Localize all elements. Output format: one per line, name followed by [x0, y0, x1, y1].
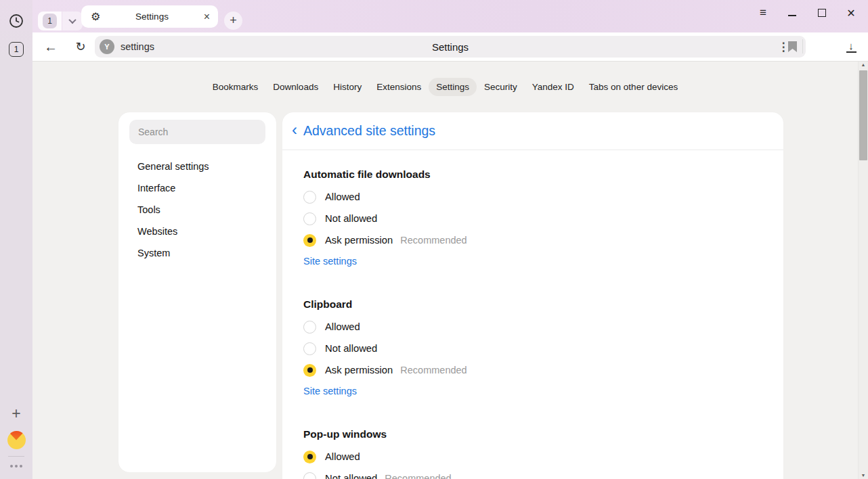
back-chevron-icon: ‹	[292, 122, 297, 138]
recommended-note: Recommended	[400, 365, 466, 375]
section-heading: Pop-up windows	[303, 428, 762, 441]
sidebar-item-general[interactable]: General settings	[118, 156, 276, 177]
tab-group-control[interactable]: 1	[38, 12, 83, 30]
radio-icon[interactable]	[303, 342, 316, 355]
recommended-note: Recommended	[400, 235, 466, 246]
sidebar-item-system[interactable]: System	[118, 242, 276, 264]
settings-sections: Automatic file downloads Allowed Not all…	[282, 168, 783, 479]
tab-close-icon[interactable]: ×	[204, 12, 210, 22]
new-tab-button[interactable]: +	[224, 12, 242, 30]
nav-tab-yandex-id[interactable]: Yandex ID	[525, 78, 582, 96]
address-bar[interactable]: Y settings Settings	[95, 36, 806, 58]
tab-group-count[interactable]: 1	[38, 12, 62, 30]
tab-strip: 1 ⚙ Settings × + ≡ ✕	[32, 0, 868, 32]
search-input[interactable]	[129, 120, 265, 144]
downloads-button[interactable]: ↓	[840, 35, 863, 58]
radio-option-not-allowed[interactable]: Not allowed	[303, 208, 762, 229]
radio-icon[interactable]	[303, 321, 316, 334]
settings-panel: ‹ Advanced site settings Automatic file …	[282, 112, 783, 479]
site-settings-link[interactable]: Site settings	[303, 254, 357, 268]
tab-group-expand[interactable]	[62, 12, 83, 30]
radio-option-ask-permission[interactable]: Ask permission Recommended	[303, 229, 762, 251]
left-rail: 1 +	[0, 0, 32, 479]
yandex-mail-icon[interactable]	[0, 430, 32, 449]
vertical-scrollbar[interactable]: ▲ ▼	[858, 62, 868, 479]
history-icon[interactable]	[0, 12, 32, 30]
back-button[interactable]: ←	[39, 35, 62, 58]
rail-divider	[8, 456, 24, 457]
nav-tab-extensions[interactable]: Extensions	[369, 78, 429, 96]
section-automatic-file-downloads: Automatic file downloads Allowed Not all…	[303, 168, 762, 268]
scrollbar-thumb[interactable]	[859, 70, 867, 160]
download-icon: ↓	[846, 41, 856, 53]
page-title: Settings	[95, 36, 806, 58]
settings-nav: Bookmarks Downloads History Extensions S…	[32, 78, 858, 96]
settings-sidebar: General settings Interface Tools Website…	[118, 112, 276, 472]
section-popup-windows: Pop-up windows Allowed Not allowed Recom…	[303, 428, 762, 479]
recommended-note: Recommended	[385, 473, 451, 479]
nav-tab-bookmarks[interactable]: Bookmarks	[205, 78, 266, 96]
nav-tab-downloads[interactable]: Downloads	[265, 78, 326, 96]
section-heading: Clipboard	[303, 298, 762, 311]
sidebar-item-interface[interactable]: Interface	[118, 177, 276, 199]
gear-icon: ⚙	[91, 10, 100, 23]
sidebar-item-tools[interactable]: Tools	[118, 199, 276, 221]
yandex-mail-logo	[7, 431, 26, 449]
radio-icon-selected[interactable]	[303, 364, 316, 377]
chevron-down-icon	[68, 16, 76, 24]
section-clipboard: Clipboard Allowed Not allowed Ask permis…	[303, 298, 762, 398]
section-heading: Automatic file downloads	[303, 168, 762, 181]
tab-title: Settings	[100, 12, 203, 22]
scroll-up-icon[interactable]: ▲	[859, 62, 868, 67]
radio-option-allowed[interactable]: Allowed	[303, 446, 762, 467]
rail-add-icon[interactable]: +	[0, 404, 32, 423]
radio-icon-selected[interactable]	[303, 234, 316, 247]
nav-tab-other-devices[interactable]: Tabs on other devices	[582, 78, 685, 96]
radio-icon[interactable]	[303, 191, 316, 204]
radio-option-allowed[interactable]: Allowed	[303, 316, 762, 338]
radio-icon-selected[interactable]	[303, 451, 316, 463]
page-content: Bookmarks Downloads History Extensions S…	[32, 61, 868, 479]
extensions-kebab-icon[interactable]: ⋮	[772, 35, 795, 58]
scroll-down-icon[interactable]: ▼	[859, 473, 868, 478]
browser-menu-icon[interactable]: ≡	[754, 4, 772, 22]
radio-option-ask-permission[interactable]: Ask permission Recommended	[303, 359, 762, 381]
radio-icon[interactable]	[303, 212, 316, 225]
toolbar: ← ↻ Y settings Settings ⋮ ↓	[32, 32, 868, 61]
site-settings-link[interactable]: Site settings	[303, 384, 357, 398]
minimize-button[interactable]	[783, 4, 801, 22]
radio-option-not-allowed[interactable]: Not allowed Recommended	[303, 467, 762, 479]
radio-option-not-allowed[interactable]: Not allowed	[303, 338, 762, 359]
nav-tab-security[interactable]: Security	[477, 78, 525, 96]
tab-group-count-badge: 1	[43, 14, 57, 28]
toolbar-divider	[802, 39, 803, 53]
radio-option-allowed[interactable]: Allowed	[303, 186, 762, 208]
window-close-button[interactable]: ✕	[842, 4, 860, 22]
tab-count-box[interactable]: 1	[0, 41, 32, 58]
tab-count-label: 1	[9, 42, 24, 57]
maximize-button[interactable]	[813, 4, 831, 22]
reload-button[interactable]: ↻	[69, 35, 92, 58]
nav-tab-history[interactable]: History	[326, 78, 369, 96]
nav-tab-settings[interactable]: Settings	[429, 78, 477, 96]
advanced-settings-back[interactable]: ‹ Advanced site settings	[282, 112, 783, 150]
more-dots-icon[interactable]	[0, 461, 32, 471]
radio-icon[interactable]	[303, 472, 316, 479]
panel-title: Advanced site settings	[303, 123, 435, 139]
active-tab[interactable]: ⚙ Settings ×	[81, 5, 218, 28]
sidebar-menu: General settings Interface Tools Website…	[118, 156, 276, 264]
sidebar-item-websites[interactable]: Websites	[118, 221, 276, 242]
